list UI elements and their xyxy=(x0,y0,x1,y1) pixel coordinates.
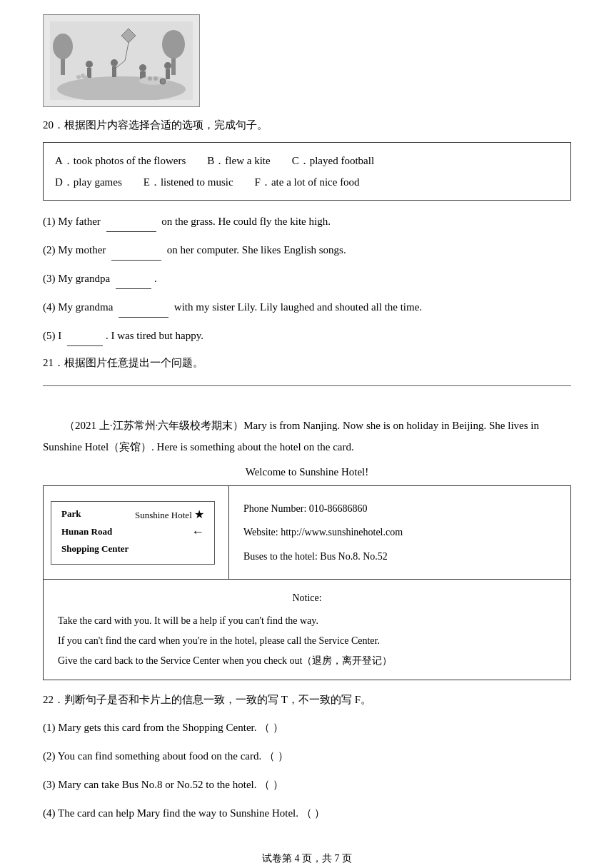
hotel-notice: Notice: Take the card with you. It will … xyxy=(44,580,570,680)
page-footer: 试卷第 4 页，共 7 页 xyxy=(43,852,571,865)
options-row-1: A．took photos of the flowers B．flew a ki… xyxy=(55,150,559,171)
svg-point-14 xyxy=(148,76,152,81)
q21-line xyxy=(43,385,571,386)
map-park-label: Park xyxy=(61,508,81,520)
star-icon: ★ xyxy=(194,508,204,520)
sentence-1: (1) My father on the grass. He could fly… xyxy=(43,211,571,232)
q22-title: 22．判断句子是否和卡片上的信息一致，一致的写 T，不一致的写 F。 xyxy=(43,690,571,710)
q22-item-4: (4) The card can help Mary find the way … xyxy=(43,802,571,824)
map-row-2: Hunan Road ← xyxy=(61,525,204,540)
hunan-road-label: Hunan Road xyxy=(61,526,112,538)
hotel-info: Phone Number: 010-86686860 Website: http… xyxy=(229,486,570,579)
option-f: F．ate a lot of nice food xyxy=(255,171,360,193)
svg-point-21 xyxy=(164,62,171,69)
sentence-3: (3) My grandpa . xyxy=(43,268,571,289)
q22-item-2: (2) You can find something about food on… xyxy=(43,745,571,767)
sentence-2: (2) My mother on her computer. She likes… xyxy=(43,239,571,261)
notice-line-1: Take the card with you. It will be a hel… xyxy=(58,611,556,631)
notice-title: Notice: xyxy=(58,588,556,608)
map-inner: Park Sunshine Hotel ★ Hunan Road ← Shopp… xyxy=(51,501,215,565)
hotel-phone: Phone Number: 010-86686860 xyxy=(243,500,556,518)
option-d: D．play games xyxy=(55,171,122,193)
svg-point-18 xyxy=(76,75,81,79)
q22-item-1: (1) Mary gets this card from the Shoppin… xyxy=(43,717,571,738)
context-paragraph: （2021 上·江苏常州·六年级校考期末）Mary is from Nanjin… xyxy=(43,415,571,458)
svg-rect-22 xyxy=(166,69,170,79)
svg-rect-17 xyxy=(87,68,91,78)
svg-point-11 xyxy=(139,64,146,71)
hotel-welcome: Welcome to Sunshine Hotel! xyxy=(43,466,571,478)
svg-point-8 xyxy=(111,59,118,66)
sentence-5: (5) I . I was tired but happy. xyxy=(43,325,571,346)
option-c: C．played football xyxy=(292,150,374,171)
map-row-3: Shopping Center xyxy=(61,543,204,555)
options-row-2: D．play games E．listened to music F．ate a… xyxy=(55,171,559,193)
map-hotel-label: Sunshine Hotel ★ xyxy=(135,508,204,521)
svg-point-5 xyxy=(162,30,185,59)
option-e: E．listened to music xyxy=(144,171,233,193)
q21-title: 21．根据图片任意提出一个问题。 xyxy=(43,353,571,373)
options-box: A．took photos of the flowers B．flew a ki… xyxy=(43,142,571,201)
shopping-center-label: Shopping Center xyxy=(61,543,129,555)
hotel-card-top: Park Sunshine Hotel ★ Hunan Road ← Shopp… xyxy=(44,486,570,580)
svg-point-16 xyxy=(86,61,93,68)
hotel-website: Website: http://www.sunshinehotel.com xyxy=(243,523,556,541)
svg-point-15 xyxy=(154,76,158,81)
sentence-4: (4) My grandma with my sister Lily. Lily… xyxy=(43,296,571,318)
option-a: A．took photos of the flowers xyxy=(55,150,186,171)
q22-item-3: (3) Mary can take Bus No.8 or No.52 to t… xyxy=(43,774,571,795)
map-row-1: Park Sunshine Hotel ★ xyxy=(61,508,204,521)
hotel-card: Park Sunshine Hotel ★ Hunan Road ← Shopp… xyxy=(43,485,571,680)
svg-point-20 xyxy=(84,76,88,80)
hotel-map: Park Sunshine Hotel ★ Hunan Road ← Shopp… xyxy=(44,486,229,579)
notice-line-2: If you can't find the card when you're i… xyxy=(58,631,556,651)
svg-point-3 xyxy=(53,34,73,59)
notice-line-3: Give the card back to the Service Center… xyxy=(58,651,556,671)
left-arrow-icon: ← xyxy=(191,525,204,540)
q20-title: 20．根据图片内容选择合适的选项，完成句子。 xyxy=(43,116,571,135)
option-b: B．flew a kite xyxy=(207,150,270,171)
svg-point-23 xyxy=(160,79,166,84)
illustration-image xyxy=(43,14,200,107)
hotel-buses: Buses to the hotel: Bus No.8. No.52 xyxy=(243,547,556,565)
